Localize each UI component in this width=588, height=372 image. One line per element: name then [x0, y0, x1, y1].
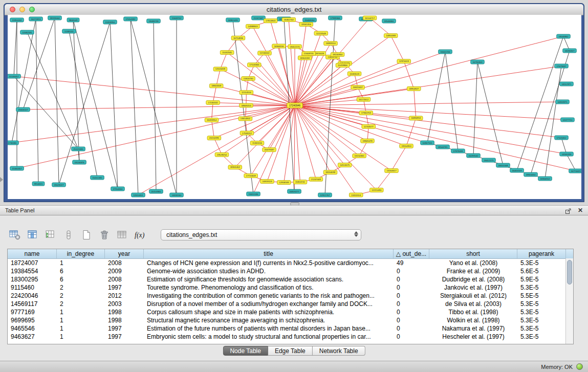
- graph-edge[interactable]: [14, 20, 17, 76]
- graph-edge[interactable]: [561, 138, 567, 154]
- graph-edge[interactable]: [295, 105, 561, 138]
- graph-edge[interactable]: [391, 146, 406, 170]
- graph-edge[interactable]: [130, 19, 138, 195]
- column-header-short[interactable]: short: [429, 249, 517, 258]
- delete-table-button[interactable]: [98, 229, 111, 241]
- graph-edge[interactable]: [427, 52, 445, 143]
- graph-edge[interactable]: [214, 138, 222, 155]
- graph-node-label: 10967555: [422, 142, 432, 144]
- graph-edge[interactable]: [222, 105, 295, 155]
- table-row[interactable]: 1830029562008Estimation of significance …: [8, 275, 573, 283]
- column-header-out_de[interactable]: △ out_de...: [394, 249, 429, 258]
- table-cell: Estimation of the future numbers of pati…: [144, 324, 394, 333]
- table-cell: 5.5E-5: [517, 292, 566, 300]
- graph-edge[interactable]: [295, 105, 300, 182]
- graph-edge[interactable]: [154, 21, 156, 191]
- graph-edge[interactable]: [220, 69, 295, 105]
- memory-led-icon[interactable]: [576, 363, 583, 370]
- table-cell: Structural magnetic resonance image aver…: [144, 316, 394, 324]
- tab-node-table[interactable]: Node Table: [223, 346, 268, 356]
- graph-edge[interactable]: [212, 120, 214, 138]
- graph-edge[interactable]: [377, 170, 391, 190]
- window-close-button[interactable]: [10, 7, 15, 12]
- graph-edge[interactable]: [295, 105, 406, 146]
- graph-edge[interactable]: [294, 105, 295, 191]
- graph-edge[interactable]: [73, 20, 79, 162]
- column-header-year[interactable]: year: [105, 249, 144, 258]
- status-bar: Memory: OK: [0, 361, 588, 372]
- graph-edge[interactable]: [12, 105, 295, 143]
- graph-edge[interactable]: [14, 76, 78, 149]
- table-row[interactable]: 1938455462009Genome-wide association stu…: [8, 267, 573, 275]
- graph-node-label: 15950242: [12, 19, 22, 21]
- scrollbar-thumb[interactable]: [567, 260, 572, 285]
- graph-edge[interactable]: [295, 36, 391, 105]
- window-zoom-button[interactable]: [29, 7, 35, 12]
- graph-edge[interactable]: [220, 53, 227, 69]
- table-row[interactable]: 2242004622012Investigating the contribut…: [8, 292, 573, 300]
- window-minimize-button[interactable]: [19, 7, 25, 12]
- select-columns-button[interactable]: [26, 229, 39, 241]
- graph-edge[interactable]: [295, 36, 563, 105]
- network-canvas[interactable]: 1595024216272874181930449806549120825911…: [8, 15, 581, 199]
- column-header-pagerank[interactable]: pagerank: [517, 249, 566, 258]
- panel-collapse-arrow[interactable]: [0, 177, 3, 182]
- graph-edge[interactable]: [212, 102, 213, 120]
- graph-edge[interactable]: [391, 36, 404, 61]
- graph-edge[interactable]: [17, 105, 295, 168]
- graph-edge[interactable]: [567, 154, 576, 171]
- table-cell: 1: [57, 316, 105, 324]
- graph-edge[interactable]: [227, 53, 295, 105]
- graph-edge[interactable]: [295, 54, 309, 105]
- window-titlebar[interactable]: citations_edges.txt: [5, 4, 583, 15]
- graph-node-label: 12610651: [133, 194, 143, 196]
- column-header-name[interactable]: name: [8, 249, 57, 258]
- new-column-button[interactable]: [44, 229, 57, 241]
- graph-edge[interactable]: [295, 102, 562, 105]
- float-panel-button[interactable]: [565, 207, 572, 214]
- network-view-window[interactable]: citations_edges.txt 15950242162728741819…: [4, 3, 584, 202]
- graph-edge[interactable]: [445, 52, 458, 151]
- graph-edge[interactable]: [216, 69, 221, 86]
- graph-node-label: 16093914: [207, 119, 217, 121]
- graph-edge[interactable]: [295, 105, 330, 172]
- graph-edge[interactable]: [295, 18, 370, 105]
- graph-edge[interactable]: [130, 19, 177, 195]
- table-selector-dropdown[interactable]: citations_edges.txt: [161, 229, 361, 240]
- table-row[interactable]: 946362711997Embryonic stem cells: a mode…: [8, 333, 573, 341]
- graph-edge[interactable]: [477, 62, 503, 165]
- graph-edge[interactable]: [265, 53, 295, 105]
- graph-edge[interactable]: [279, 46, 295, 105]
- tab-edge-table[interactable]: Edge Table: [268, 346, 313, 356]
- close-panel-button[interactable]: ✕: [578, 207, 583, 214]
- table-row[interactable]: 969969511998Structural magnetic resonanc…: [8, 316, 573, 324]
- column-header-in_degree[interactable]: in_degree: [57, 249, 105, 258]
- graph-edge[interactable]: [238, 38, 295, 105]
- graph-edge[interactable]: [12, 19, 36, 143]
- graph-edge[interactable]: [414, 89, 416, 118]
- graph-edge[interactable]: [214, 105, 295, 138]
- function-builder-button[interactable]: f(x): [134, 229, 147, 241]
- table-row[interactable]: 977716911998Corpus callosum shape and si…: [8, 308, 573, 316]
- vertical-scrollbar[interactable]: [565, 258, 573, 344]
- create-table-button[interactable]: [80, 229, 93, 241]
- graph-edge[interactable]: [269, 105, 295, 150]
- graph-edge[interactable]: [473, 62, 477, 156]
- graph-edge[interactable]: [27, 32, 78, 149]
- graph-edge[interactable]: [23, 105, 295, 110]
- graph-edge[interactable]: [271, 21, 295, 105]
- table-row[interactable]: 946554611997Estimation of the future num…: [8, 324, 573, 333]
- graph-edge[interactable]: [213, 86, 216, 103]
- import-table-button[interactable]: [116, 229, 129, 241]
- graph-edge[interactable]: [289, 19, 295, 105]
- graph-edge[interactable]: [406, 118, 416, 146]
- table-row[interactable]: 911546021997Tourette syndrome. Phenomeno…: [8, 283, 573, 292]
- column-header-title[interactable]: title: [144, 249, 394, 258]
- graph-edge[interactable]: [216, 86, 295, 105]
- table-row[interactable]: 1872400712008Changes of HCN gene express…: [8, 259, 573, 267]
- new-row-button[interactable]: [62, 229, 75, 241]
- table-row[interactable]: 1456911722003Disruption of a novel membe…: [8, 300, 573, 308]
- node-table: namein_degreeyeartitle△ out_de...shortpa…: [7, 249, 574, 344]
- table-settings-button[interactable]: [8, 229, 21, 241]
- tab-network-table[interactable]: Network Table: [313, 346, 365, 356]
